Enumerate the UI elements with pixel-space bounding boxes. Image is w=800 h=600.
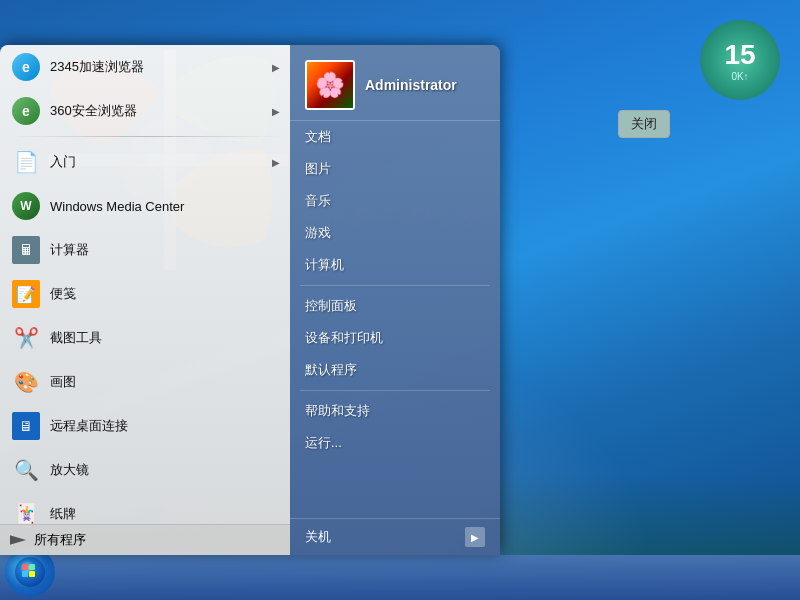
icon-solitaire: 🃏: [10, 498, 42, 524]
menu-item-stickynotes[interactable]: 📝 便笺: [0, 272, 290, 316]
right-item-music[interactable]: 音乐: [290, 185, 500, 217]
right-item-defaults[interactable]: 默认程序: [290, 354, 500, 386]
username-label: Administrator: [365, 77, 457, 93]
user-avatar-area: 🌸 Administrator: [290, 45, 500, 121]
menu-item-stickynotes-label: 便笺: [50, 285, 280, 303]
menu-item-magnifier-label: 放大镜: [50, 461, 280, 479]
all-programs-item[interactable]: 所有程序: [0, 524, 290, 555]
user-avatar: 🌸: [305, 60, 355, 110]
menu-item-magnifier[interactable]: 🔍 放大镜: [0, 448, 290, 492]
menu-item-rdp-label: 远程桌面连接: [50, 417, 280, 435]
icon-stickynotes: 📝: [10, 278, 42, 310]
close-button[interactable]: 关闭: [618, 110, 670, 138]
shutdown-arrow-button[interactable]: ▶: [465, 527, 485, 547]
menu-item-wmc-label: Windows Media Center: [50, 199, 280, 214]
menu-item-2345-browser[interactable]: e 2345加速浏览器 ▶: [0, 45, 290, 89]
right-divider2: [300, 390, 490, 391]
start-menu-right: 🌸 Administrator 文档 图片 音乐 游戏 计算机 控制面板 设备和…: [290, 45, 500, 555]
menu-item-getstarted[interactable]: 📄 入门 ▶: [0, 140, 290, 184]
icon-calculator: 🖩: [10, 234, 42, 266]
right-item-control[interactable]: 控制面板: [290, 290, 500, 322]
svg-rect-5: [29, 564, 35, 570]
icon-getstarted: 📄: [10, 146, 42, 178]
menu-item-getstarted-arrow: ▶: [272, 157, 280, 168]
taskbar: [0, 555, 800, 600]
icon-wmc: W: [10, 190, 42, 222]
menu-item-wmc[interactable]: W Windows Media Center: [0, 184, 290, 228]
svg-rect-4: [22, 564, 28, 570]
right-item-help[interactable]: 帮助和支持: [290, 395, 500, 427]
icon-sniptool: ✂️: [10, 322, 42, 354]
right-item-games[interactable]: 游戏: [290, 217, 500, 249]
right-item-run[interactable]: 运行...: [290, 427, 500, 459]
menu-item-360-browser[interactable]: e 360安全浏览器 ▶: [0, 89, 290, 133]
menu-item-rdp[interactable]: 🖥 远程桌面连接: [0, 404, 290, 448]
divider-1: [8, 136, 282, 137]
menu-item-2345-label: 2345加速浏览器: [50, 58, 272, 76]
right-item-devices[interactable]: 设备和打印机: [290, 322, 500, 354]
menu-item-sniptool[interactable]: ✂️ 截图工具: [0, 316, 290, 360]
clock-widget: 15 0K↑: [700, 20, 780, 100]
right-item-pictures[interactable]: 图片: [290, 153, 500, 185]
right-item-computer[interactable]: 计算机: [290, 249, 500, 281]
menu-item-paint-label: 画图: [50, 373, 280, 391]
icon-2345-browser: e: [10, 51, 42, 83]
shutdown-button[interactable]: 关机: [305, 528, 465, 546]
icon-rdp: 🖥: [10, 410, 42, 442]
clock-hour: 15: [724, 39, 755, 71]
start-menu-apps-list: e 2345加速浏览器 ▶ e 360安全浏览器 ▶ 📄 入门 ▶: [0, 45, 290, 524]
menu-item-sniptool-label: 截图工具: [50, 329, 280, 347]
start-menu: e 2345加速浏览器 ▶ e 360安全浏览器 ▶ 📄 入门 ▶: [0, 45, 500, 555]
start-button-icon: [14, 556, 46, 588]
icon-paint: 🎨: [10, 366, 42, 398]
start-menu-left: e 2345加速浏览器 ▶ e 360安全浏览器 ▶ 📄 入门 ▶: [0, 45, 290, 555]
menu-item-360-arrow: ▶: [272, 106, 280, 117]
menu-item-solitaire-label: 纸牌: [50, 505, 280, 523]
svg-rect-6: [22, 571, 28, 577]
right-divider: [300, 285, 490, 286]
all-programs-label: 所有程序: [34, 531, 86, 549]
menu-item-solitaire[interactable]: 🃏 纸牌: [0, 492, 290, 524]
menu-item-paint[interactable]: 🎨 画图: [0, 360, 290, 404]
right-item-docs[interactable]: 文档: [290, 121, 500, 153]
shutdown-area: 关机 ▶: [290, 518, 500, 555]
menu-item-getstarted-label: 入门: [50, 153, 272, 171]
menu-item-calculator[interactable]: 🖩 计算器: [0, 228, 290, 272]
all-programs-icon: [10, 532, 26, 548]
icon-magnifier: 🔍: [10, 454, 42, 486]
svg-rect-7: [29, 571, 35, 577]
clock-sub: 0K↑: [731, 71, 748, 82]
menu-item-360-label: 360安全浏览器: [50, 102, 272, 120]
menu-item-calculator-label: 计算器: [50, 241, 280, 259]
menu-item-2345-arrow: ▶: [272, 62, 280, 73]
icon-360-browser: e: [10, 95, 42, 127]
